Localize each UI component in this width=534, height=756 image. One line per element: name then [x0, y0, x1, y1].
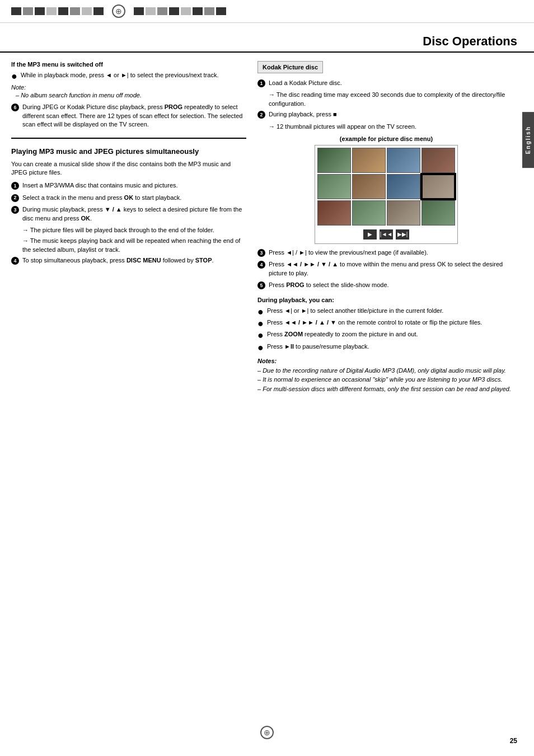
kodak-step2-item: 2 During playback, press ■	[257, 110, 515, 119]
kodak-step1-text: Load a Kodak Picture disc.	[269, 79, 342, 87]
kodak-step2-text: During playback, press ■	[269, 110, 337, 119]
bottom-compass-icon: ⊕	[260, 726, 274, 739]
bullet-number-4: 4	[11, 257, 19, 265]
next-ctrl-btn[interactable]: ▶▶|	[396, 229, 409, 240]
note-text: – No album search function in menu off m…	[16, 92, 246, 98]
play-step2-item: 2 Select a track in the menu and press O…	[11, 194, 246, 202]
pattern-block	[216, 7, 226, 15]
bullet-number-2: 2	[11, 194, 19, 202]
right-column: Kodak Picture disc 1 Load a Kodak Pictur…	[257, 61, 515, 393]
prev-ctrl-btn[interactable]: |◄◄	[380, 229, 393, 240]
thumbnail-9	[317, 200, 351, 226]
thumbnail-1	[317, 148, 351, 173]
pattern-block	[204, 7, 214, 15]
kodak-step4-item: 4 Press ◄◄ / ►► / ▼ / ▲ to move within t…	[257, 260, 515, 278]
pattern-block	[181, 7, 191, 15]
pb2-dot-icon: ●	[257, 321, 264, 327]
play-step3-text: During music playback, press ▼ / ▲ keys …	[22, 205, 246, 223]
thumbnail-10	[352, 200, 386, 226]
note-section: Note: – No album search function in menu…	[11, 84, 246, 98]
page-title-section: Disc Operations	[0, 29, 534, 53]
thumbnail-6	[352, 174, 386, 199]
thumbnail-3	[387, 148, 420, 173]
pattern-block	[23, 7, 33, 15]
pb3-item: ● Press ZOOM repeatedly to zoom the pict…	[257, 330, 515, 339]
page-number: 25	[510, 737, 517, 745]
pattern-block	[35, 7, 45, 15]
kodak-step2-arrow: 12 thumbnail pictures will appear on the…	[269, 123, 515, 131]
mp3-off-bullet1-item: ● While in playback mode, press ◄ or ►| …	[11, 71, 246, 79]
pattern-block	[11, 7, 21, 15]
note1-text: – Due to the recording nature of Digital…	[257, 366, 515, 375]
pattern-block	[93, 7, 104, 15]
header-pattern-right	[134, 7, 226, 15]
bullet-number-2-kodak: 2	[257, 111, 265, 119]
notes-title: Notes:	[257, 356, 515, 366]
playback-title: During playback, you can:	[257, 297, 515, 303]
play-step4-text: To stop simultaneous playback, press DIS…	[22, 256, 214, 265]
kodak-step1-arrow: The disc reading time may exceed 30 seco…	[269, 91, 515, 108]
pattern-block	[157, 7, 167, 15]
bullet-number-1: 1	[11, 182, 19, 190]
pb4-text: Press ►II to pause/resume playback.	[267, 342, 369, 351]
bullet-number-5-kodak: 5	[257, 281, 265, 289]
kodak-step5-item: 5 Press PROG to select the slide-show mo…	[257, 281, 515, 289]
pb1-dot-icon: ●	[257, 309, 264, 315]
thumbnail-8-selected	[421, 174, 455, 199]
pb4-dot-icon: ●	[257, 345, 264, 351]
mp3-off-section: If the MP3 menu is switched off ● While …	[11, 61, 246, 129]
mp3-off-title: If the MP3 menu is switched off	[11, 61, 246, 68]
kodak-step1-item: 1 Load a Kodak Picture disc.	[257, 79, 515, 87]
pattern-block	[193, 7, 203, 15]
thumbnail-12	[421, 200, 455, 226]
pb3-text: Press ZOOM repeatedly to zoom the pictur…	[267, 330, 418, 339]
thumbnail-7	[387, 174, 420, 199]
bullet-number-1-kodak: 1	[257, 79, 265, 87]
thumbnail-11	[387, 200, 420, 226]
pattern-block	[134, 7, 144, 15]
kodak-step5-text: Press PROG to select the slide-show mode…	[269, 281, 389, 289]
play-ctrl-btn[interactable]: ▶	[363, 229, 377, 240]
bullet-number-6: 6	[11, 104, 19, 111]
pattern-block	[46, 7, 57, 15]
play-step1-text: Insert a MP3/WMA disc that contains musi…	[22, 181, 178, 190]
bullet-number-4-kodak: 4	[257, 261, 265, 269]
play-step1-item: 1 Insert a MP3/WMA disc that contains mu…	[11, 181, 246, 190]
compass-icon: ⊕	[112, 4, 125, 18]
bottom-compass: ⊕	[252, 726, 282, 739]
jpeg-bullet-text: During JPEG or Kodak Picture disc playba…	[22, 103, 246, 129]
play-step3-arrow1: The picture files will be played back th…	[22, 226, 246, 234]
note2-text: – It is normal to experience an occasion…	[257, 375, 515, 384]
pattern-block	[70, 7, 80, 15]
jpeg-bullet-item: 6 During JPEG or Kodak Picture disc play…	[11, 103, 246, 129]
picture-menu-container: (example for picture disc menu)	[257, 135, 515, 244]
playback-section: During playback, you can: ● Press ◄| or …	[257, 297, 515, 351]
header-pattern-left	[11, 7, 104, 15]
pic-controls: ▶ |◄◄ ▶▶|	[317, 228, 455, 241]
note-title: Note:	[11, 84, 246, 91]
kodak-step4-text: Press ◄◄ / ►► / ▼ / ▲ to move within the…	[269, 260, 515, 278]
play-step3-arrow2: The music keeps playing back and will be…	[22, 237, 246, 254]
left-column: If the MP3 menu is switched off ● While …	[11, 61, 246, 393]
bullet-number-3-kodak: 3	[257, 249, 265, 257]
pb2-item: ● Press ◄◄ / ►► / ▲ / ▼ on the remote co…	[257, 318, 515, 327]
pb1-item: ● Press ◄| or ►| to select another title…	[257, 307, 515, 315]
main-content: If the MP3 menu is switched off ● While …	[0, 61, 534, 393]
notes-block: Notes: – Due to the recording nature of …	[257, 356, 515, 393]
kodak-box-title: Kodak Picture disc	[257, 61, 323, 73]
bullet-dot-icon: ●	[11, 74, 17, 79]
pb4-item: ● Press ►II to pause/resume playback.	[257, 342, 515, 351]
header-bar: ⊕	[0, 0, 534, 23]
bullet-number-3: 3	[11, 206, 19, 214]
pic-thumbnails	[317, 148, 455, 226]
picture-grid: ▶ |◄◄ ▶▶|	[315, 145, 458, 244]
pattern-block	[146, 7, 156, 15]
section-divider	[11, 138, 246, 139]
playing-mp3-section: Playing MP3 music and JPEG pictures simu…	[11, 147, 246, 265]
play-step4-item: 4 To stop simultaneous playback, press D…	[11, 256, 246, 265]
english-tab: English	[522, 112, 534, 168]
pattern-block	[82, 7, 92, 15]
note3-text: – For multi-session discs with different…	[257, 384, 515, 394]
play-step2-text: Select a track in the menu and press OK …	[22, 194, 181, 202]
pattern-block	[169, 7, 179, 15]
